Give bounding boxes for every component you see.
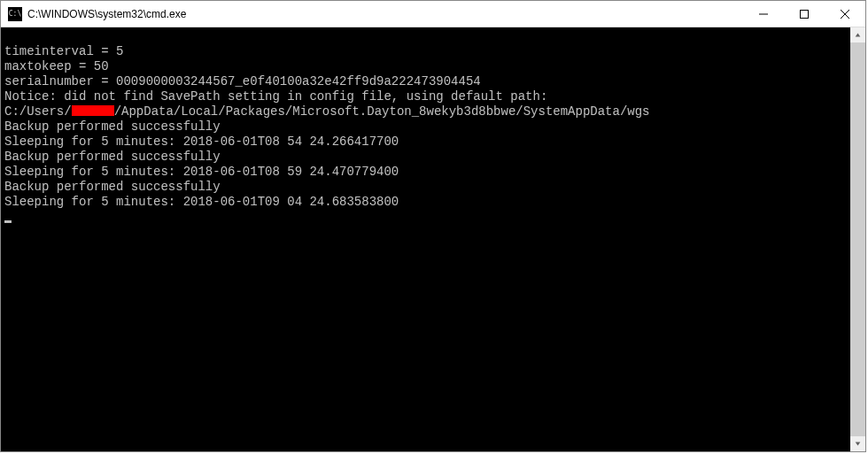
terminal-line: Sleeping for 5 minutes: 2018-06-01T08 59… [4, 165, 850, 180]
terminal-output[interactable]: timeinterval = 5maxtokeep = 50serialnumb… [1, 27, 850, 451]
window-title: C:\WINDOWS\system32\cmd.exe [27, 8, 743, 20]
terminal-line: serialnumber = 0009000003244567_e0f40100… [4, 74, 850, 89]
scroll-down-arrow[interactable] [850, 436, 865, 451]
terminal-line: maxtokeep = 50 [4, 59, 850, 74]
cmd-icon: C:\ [8, 7, 22, 21]
terminal-line: Notice: did not find SavePath setting in… [4, 89, 850, 104]
svg-rect-1 [801, 11, 809, 19]
maximize-button[interactable] [784, 1, 825, 27]
redacted-username [72, 105, 114, 116]
window-controls [743, 1, 865, 27]
terminal-line: Sleeping for 5 minutes: 2018-06-01T09 04… [4, 195, 850, 210]
terminal-line: C:/Users//AppData/Local/Packages/Microso… [4, 104, 850, 119]
minimize-button[interactable] [743, 1, 784, 27]
terminal-area: timeinterval = 5maxtokeep = 50serialnumb… [1, 27, 865, 451]
cursor [4, 220, 12, 223]
scroll-up-arrow[interactable] [850, 27, 865, 42]
vertical-scrollbar[interactable] [850, 27, 865, 451]
terminal-line: Backup performed successfully [4, 119, 850, 135]
cmd-window: C:\ C:\WINDOWS\system32\cmd.exe timeinte… [0, 0, 866, 452]
terminal-line [4, 29, 850, 44]
terminal-line: Backup performed successfully [4, 180, 850, 195]
titlebar[interactable]: C:\ C:\WINDOWS\system32\cmd.exe [1, 1, 865, 27]
terminal-line: Backup performed successfully [4, 150, 850, 165]
terminal-line: Sleeping for 5 minutes: 2018-06-01T08 54… [4, 135, 850, 150]
close-button[interactable] [825, 1, 865, 27]
terminal-line: timeinterval = 5 [4, 44, 850, 59]
scroll-thumb[interactable] [850, 42, 865, 436]
scroll-track[interactable] [850, 42, 865, 436]
